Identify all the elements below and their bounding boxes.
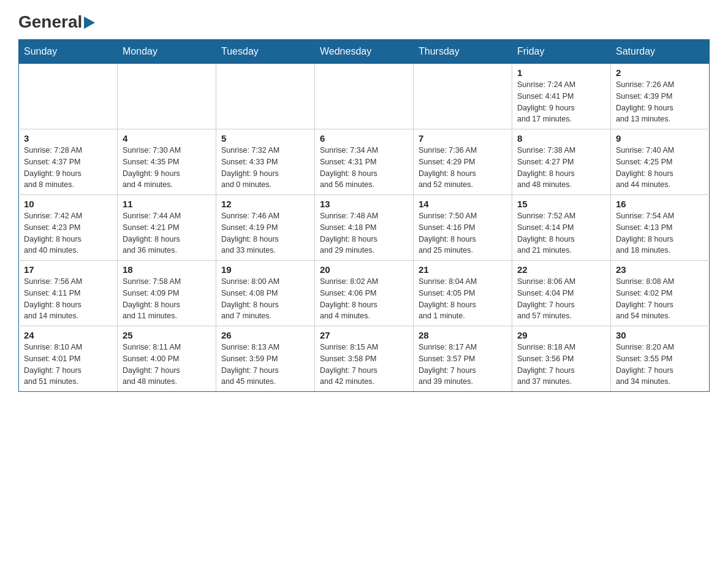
calendar-day-header: Saturday bbox=[611, 40, 710, 64]
day-number: 18 bbox=[123, 264, 211, 275]
day-info: Sunrise: 7:40 AM Sunset: 4:25 PM Dayligh… bbox=[616, 145, 704, 191]
day-number: 14 bbox=[419, 199, 507, 209]
day-number: 20 bbox=[320, 264, 408, 275]
logo: General bbox=[18, 12, 97, 27]
day-number: 27 bbox=[320, 330, 408, 340]
day-number: 25 bbox=[123, 330, 211, 340]
calendar-table: SundayMondayTuesdayWednesdayThursdayFrid… bbox=[18, 39, 710, 392]
day-info: Sunrise: 7:44 AM Sunset: 4:21 PM Dayligh… bbox=[123, 210, 211, 256]
calendar-cell: 11Sunrise: 7:44 AM Sunset: 4:21 PM Dayli… bbox=[118, 195, 216, 261]
day-info: Sunrise: 7:26 AM Sunset: 4:39 PM Dayligh… bbox=[616, 79, 704, 125]
day-info: Sunrise: 7:30 AM Sunset: 4:35 PM Dayligh… bbox=[123, 145, 211, 191]
calendar-cell: 15Sunrise: 7:52 AM Sunset: 4:14 PM Dayli… bbox=[512, 195, 611, 261]
calendar-cell: 24Sunrise: 8:10 AM Sunset: 4:01 PM Dayli… bbox=[19, 326, 118, 392]
day-number: 11 bbox=[123, 199, 211, 209]
day-number: 1 bbox=[517, 67, 605, 78]
day-info: Sunrise: 7:42 AM Sunset: 4:23 PM Dayligh… bbox=[24, 210, 112, 256]
day-info: Sunrise: 7:52 AM Sunset: 4:14 PM Dayligh… bbox=[517, 210, 605, 256]
day-number: 29 bbox=[517, 330, 605, 340]
calendar-cell: 13Sunrise: 7:48 AM Sunset: 4:18 PM Dayli… bbox=[315, 195, 414, 261]
calendar-week-row: 1Sunrise: 7:24 AM Sunset: 4:41 PM Daylig… bbox=[19, 64, 710, 129]
calendar-cell: 18Sunrise: 7:58 AM Sunset: 4:09 PM Dayli… bbox=[118, 261, 216, 326]
calendar-cell bbox=[118, 64, 216, 129]
page-header: General bbox=[18, 12, 710, 27]
calendar-cell: 19Sunrise: 8:00 AM Sunset: 4:08 PM Dayli… bbox=[216, 261, 315, 326]
day-info: Sunrise: 7:34 AM Sunset: 4:31 PM Dayligh… bbox=[320, 145, 408, 191]
calendar-day-header: Wednesday bbox=[315, 40, 414, 64]
day-info: Sunrise: 7:32 AM Sunset: 4:33 PM Dayligh… bbox=[221, 145, 309, 191]
day-info: Sunrise: 8:11 AM Sunset: 4:00 PM Dayligh… bbox=[123, 342, 211, 388]
day-info: Sunrise: 8:06 AM Sunset: 4:04 PM Dayligh… bbox=[517, 276, 605, 322]
calendar-cell: 8Sunrise: 7:38 AM Sunset: 4:27 PM Daylig… bbox=[512, 129, 611, 195]
day-number: 13 bbox=[320, 199, 408, 209]
calendar-week-row: 24Sunrise: 8:10 AM Sunset: 4:01 PM Dayli… bbox=[19, 326, 710, 392]
day-info: Sunrise: 8:10 AM Sunset: 4:01 PM Dayligh… bbox=[24, 342, 112, 388]
day-number: 10 bbox=[24, 199, 112, 209]
day-info: Sunrise: 8:18 AM Sunset: 3:56 PM Dayligh… bbox=[517, 342, 605, 388]
calendar-cell: 20Sunrise: 8:02 AM Sunset: 4:06 PM Dayli… bbox=[315, 261, 414, 326]
calendar-cell: 5Sunrise: 7:32 AM Sunset: 4:33 PM Daylig… bbox=[216, 129, 315, 195]
calendar-cell: 10Sunrise: 7:42 AM Sunset: 4:23 PM Dayli… bbox=[19, 195, 118, 261]
calendar-cell: 30Sunrise: 8:20 AM Sunset: 3:55 PM Dayli… bbox=[611, 326, 710, 392]
calendar-cell: 27Sunrise: 8:15 AM Sunset: 3:58 PM Dayli… bbox=[315, 326, 414, 392]
calendar-day-header: Tuesday bbox=[216, 40, 315, 64]
day-info: Sunrise: 8:02 AM Sunset: 4:06 PM Dayligh… bbox=[320, 276, 408, 322]
day-info: Sunrise: 8:04 AM Sunset: 4:05 PM Dayligh… bbox=[419, 276, 507, 322]
calendar-week-row: 3Sunrise: 7:28 AM Sunset: 4:37 PM Daylig… bbox=[19, 129, 710, 195]
day-number: 6 bbox=[320, 133, 408, 144]
svg-marker-0 bbox=[84, 17, 95, 29]
day-info: Sunrise: 7:48 AM Sunset: 4:18 PM Dayligh… bbox=[320, 210, 408, 256]
calendar-cell: 28Sunrise: 8:17 AM Sunset: 3:57 PM Dayli… bbox=[414, 326, 512, 392]
day-number: 9 bbox=[616, 133, 704, 144]
day-number: 30 bbox=[616, 330, 704, 340]
calendar-cell: 9Sunrise: 7:40 AM Sunset: 4:25 PM Daylig… bbox=[611, 129, 710, 195]
day-info: Sunrise: 8:15 AM Sunset: 3:58 PM Dayligh… bbox=[320, 342, 408, 388]
day-number: 17 bbox=[24, 264, 112, 275]
calendar-cell: 22Sunrise: 8:06 AM Sunset: 4:04 PM Dayli… bbox=[512, 261, 611, 326]
calendar-cell: 16Sunrise: 7:54 AM Sunset: 4:13 PM Dayli… bbox=[611, 195, 710, 261]
calendar-cell bbox=[19, 64, 118, 129]
day-info: Sunrise: 7:46 AM Sunset: 4:19 PM Dayligh… bbox=[221, 210, 309, 256]
calendar-day-header: Thursday bbox=[414, 40, 512, 64]
calendar-cell: 12Sunrise: 7:46 AM Sunset: 4:19 PM Dayli… bbox=[216, 195, 315, 261]
calendar-cell: 14Sunrise: 7:50 AM Sunset: 4:16 PM Dayli… bbox=[414, 195, 512, 261]
calendar-cell bbox=[216, 64, 315, 129]
day-info: Sunrise: 7:58 AM Sunset: 4:09 PM Dayligh… bbox=[123, 276, 211, 322]
day-number: 23 bbox=[616, 264, 704, 275]
day-info: Sunrise: 8:13 AM Sunset: 3:59 PM Dayligh… bbox=[221, 342, 309, 388]
day-info: Sunrise: 8:00 AM Sunset: 4:08 PM Dayligh… bbox=[221, 276, 309, 322]
calendar-cell bbox=[315, 64, 414, 129]
day-number: 3 bbox=[24, 133, 112, 144]
day-info: Sunrise: 8:20 AM Sunset: 3:55 PM Dayligh… bbox=[616, 342, 704, 388]
day-number: 15 bbox=[517, 199, 605, 209]
calendar-cell: 17Sunrise: 7:56 AM Sunset: 4:11 PM Dayli… bbox=[19, 261, 118, 326]
day-number: 28 bbox=[419, 330, 507, 340]
day-number: 24 bbox=[24, 330, 112, 340]
day-number: 19 bbox=[221, 264, 309, 275]
calendar-cell: 1Sunrise: 7:24 AM Sunset: 4:41 PM Daylig… bbox=[512, 64, 611, 129]
calendar-day-header: Monday bbox=[118, 40, 216, 64]
calendar-cell: 25Sunrise: 8:11 AM Sunset: 4:00 PM Dayli… bbox=[118, 326, 216, 392]
day-info: Sunrise: 8:17 AM Sunset: 3:57 PM Dayligh… bbox=[419, 342, 507, 388]
calendar-cell: 6Sunrise: 7:34 AM Sunset: 4:31 PM Daylig… bbox=[315, 129, 414, 195]
day-number: 21 bbox=[419, 264, 507, 275]
day-info: Sunrise: 8:08 AM Sunset: 4:02 PM Dayligh… bbox=[616, 276, 704, 322]
day-info: Sunrise: 7:36 AM Sunset: 4:29 PM Dayligh… bbox=[419, 145, 507, 191]
calendar-cell: 26Sunrise: 8:13 AM Sunset: 3:59 PM Dayli… bbox=[216, 326, 315, 392]
logo-arrow-icon bbox=[84, 17, 97, 29]
calendar-day-header: Friday bbox=[512, 40, 611, 64]
calendar-cell: 29Sunrise: 8:18 AM Sunset: 3:56 PM Dayli… bbox=[512, 326, 611, 392]
calendar-cell: 7Sunrise: 7:36 AM Sunset: 4:29 PM Daylig… bbox=[414, 129, 512, 195]
calendar-week-row: 17Sunrise: 7:56 AM Sunset: 4:11 PM Dayli… bbox=[19, 261, 710, 326]
calendar-header-row: SundayMondayTuesdayWednesdayThursdayFrid… bbox=[19, 40, 710, 64]
calendar-cell: 3Sunrise: 7:28 AM Sunset: 4:37 PM Daylig… bbox=[19, 129, 118, 195]
day-info: Sunrise: 7:50 AM Sunset: 4:16 PM Dayligh… bbox=[419, 210, 507, 256]
day-info: Sunrise: 7:28 AM Sunset: 4:37 PM Dayligh… bbox=[24, 145, 112, 191]
day-number: 5 bbox=[221, 133, 309, 144]
day-info: Sunrise: 7:56 AM Sunset: 4:11 PM Dayligh… bbox=[24, 276, 112, 322]
logo-general-text: General bbox=[18, 12, 82, 32]
day-info: Sunrise: 7:24 AM Sunset: 4:41 PM Dayligh… bbox=[517, 79, 605, 125]
day-number: 4 bbox=[123, 133, 211, 144]
day-info: Sunrise: 7:54 AM Sunset: 4:13 PM Dayligh… bbox=[616, 210, 704, 256]
day-number: 2 bbox=[616, 67, 704, 78]
